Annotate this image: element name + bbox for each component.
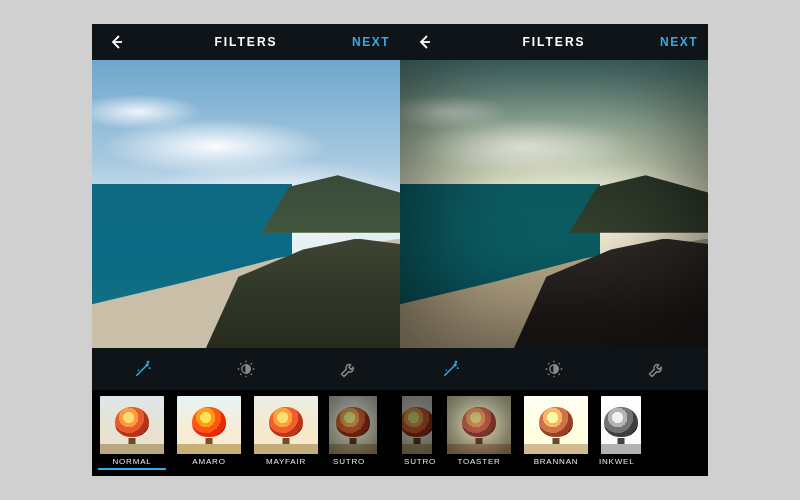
svg-point-0 — [147, 364, 149, 366]
filter-label: BRANNAN — [522, 457, 590, 466]
filter-toaster[interactable]: TOASTER — [445, 396, 513, 466]
filter-label: MAYFAIR — [252, 457, 320, 466]
filter-sutro[interactable]: SUTRO — [329, 396, 377, 466]
filter-mayfair[interactable]: MAYFAIR — [252, 396, 320, 466]
filter-brannan[interactable]: BRANNAN — [522, 396, 590, 466]
magic-wand-icon — [441, 359, 461, 379]
tab-lux[interactable] — [195, 348, 298, 390]
filter-sutro[interactable]: SUTRO — [402, 396, 436, 466]
filter-thumb — [177, 396, 241, 454]
arrow-left-icon — [107, 33, 125, 51]
filter-thumb — [601, 396, 641, 454]
tool-tabs — [92, 348, 400, 390]
next-button[interactable]: NEXT — [660, 35, 698, 49]
phone-screen-left: FILTERS NEXT NORMAL AMAR — [92, 24, 400, 476]
header: FILTERS NEXT — [92, 24, 400, 60]
tab-tools[interactable] — [605, 348, 708, 390]
tab-filters[interactable] — [400, 348, 503, 390]
filter-strip[interactable]: NORMAL AMARO MAYFAIR SUTRO — [92, 390, 400, 476]
filter-label: SUTRO — [329, 457, 377, 466]
filter-label: INKWEL — [599, 457, 643, 466]
filter-thumb — [329, 396, 377, 454]
brightness-icon — [544, 359, 564, 379]
tab-tools[interactable] — [297, 348, 400, 390]
filter-amaro[interactable]: AMARO — [175, 396, 243, 466]
photo-preview[interactable] — [92, 60, 400, 348]
filter-label: AMARO — [175, 457, 243, 466]
filter-inkwell[interactable]: INKWEL — [599, 396, 643, 466]
selection-indicator — [98, 468, 166, 470]
svg-point-2 — [455, 364, 457, 366]
brightness-icon — [236, 359, 256, 379]
filter-strip[interactable]: SUTRO TOASTER BRANNAN INKWEL — [400, 390, 708, 476]
phone-screen-right: FILTERS NEXT SUTRO TOASTER — [400, 24, 708, 476]
tab-lux[interactable] — [503, 348, 606, 390]
filter-label: SUTRO — [402, 457, 436, 466]
header: FILTERS NEXT — [400, 24, 708, 60]
filter-label: TOASTER — [445, 457, 513, 466]
next-button[interactable]: NEXT — [352, 35, 390, 49]
filter-thumb — [402, 396, 432, 454]
wrench-icon — [339, 359, 359, 379]
filter-normal[interactable]: NORMAL — [98, 396, 166, 470]
tool-tabs — [400, 348, 708, 390]
filter-thumb — [254, 396, 318, 454]
filter-thumb — [447, 396, 511, 454]
magic-wand-icon — [133, 359, 153, 379]
filter-label: NORMAL — [98, 457, 166, 466]
arrow-left-icon — [415, 33, 433, 51]
filter-thumb — [524, 396, 588, 454]
tab-filters[interactable] — [92, 348, 195, 390]
wrench-icon — [647, 359, 667, 379]
back-button[interactable] — [410, 28, 438, 56]
photo-preview[interactable] — [400, 60, 708, 348]
filter-thumb — [100, 396, 164, 454]
back-button[interactable] — [102, 28, 130, 56]
